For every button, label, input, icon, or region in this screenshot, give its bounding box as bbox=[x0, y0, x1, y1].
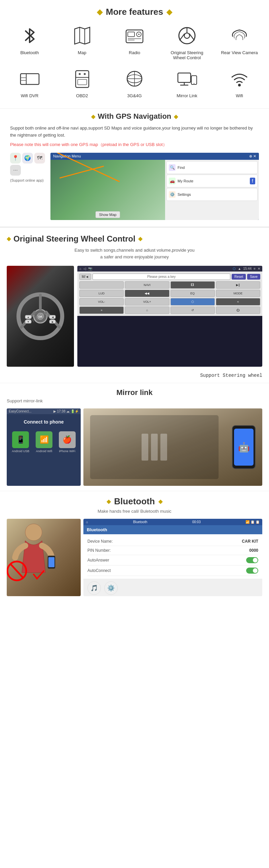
ui-menu-icon: ≡ bbox=[254, 267, 256, 271]
iphone-wifi-icon: 🍎 iPhone WiFi bbox=[59, 431, 76, 453]
grid-fwd[interactable]: » bbox=[79, 307, 124, 314]
ui-reset-btn[interactable]: Reset bbox=[232, 274, 246, 280]
android-usb-box: 📱 bbox=[12, 431, 29, 448]
ui-wifi-status: ▲ bbox=[238, 267, 241, 271]
grid-lud[interactable]: LUD bbox=[79, 290, 124, 297]
settings-btn[interactable]: ⚙️ Settings bbox=[166, 188, 258, 201]
svg-line-51 bbox=[10, 563, 24, 578]
show-map-btn[interactable]: Show Map bbox=[96, 211, 121, 218]
gps-app-1: 📍 bbox=[10, 153, 21, 163]
grid-prev[interactable]: ◀◀ bbox=[125, 290, 169, 297]
obd2-icon bbox=[70, 67, 94, 91]
grid-film[interactable]: 🎞 bbox=[170, 281, 215, 289]
svg-point-5 bbox=[138, 34, 139, 35]
steering-diamond-left: ◆ bbox=[7, 236, 11, 242]
bluetooth-icon bbox=[18, 24, 41, 48]
gps-section: ◆ With GPS Navigation ◆ Suppot both onli… bbox=[0, 108, 269, 227]
bt-device-name-label: Device Name: bbox=[88, 539, 113, 544]
gps-app-dots: ··· bbox=[10, 165, 21, 176]
feature-wifi-dvr: Wifi DVR bbox=[8, 67, 52, 98]
mirror-desc: Support mirror-link bbox=[7, 398, 262, 403]
gps-apps: 📍 🌍 🗺 ··· (Support online app) bbox=[10, 153, 47, 182]
nav-sidebar: 🔍 Find 🚗 My Route f ⚙️ Settings bbox=[165, 160, 259, 220]
feature-bluetooth: Bluetooth bbox=[8, 24, 52, 55]
grid-home[interactable]: ⌂ bbox=[125, 307, 169, 314]
auto-connect-toggle[interactable] bbox=[246, 567, 258, 574]
bluetooth-title: ◆ Bluetooth ◆ bbox=[7, 496, 262, 507]
feature-map: Map bbox=[60, 24, 104, 55]
svg-text:▼: ▼ bbox=[27, 321, 30, 323]
bluetooth-images: ⌂ Bluetooth 00:03 📶 📋 📋 Bluetooth Device… bbox=[7, 519, 262, 596]
3g4g-label: 3G&4G bbox=[127, 93, 141, 98]
grid-mode[interactable]: MODE bbox=[216, 290, 260, 297]
mirror-images: EasyConnect... ▶ 17:38 ☁ 🔋⚡ Connect to p… bbox=[7, 408, 262, 486]
bt-ui-icons: 📶 📋 📋 bbox=[245, 520, 260, 524]
feature-mirror-link: Mirror Link bbox=[165, 67, 209, 98]
nav-controls: ⊕ ✕ bbox=[249, 154, 256, 158]
nav-body: Show Map 🔍 Find 🚗 My Route f bbox=[51, 160, 259, 220]
ui-save-btn[interactable]: Save bbox=[247, 274, 260, 280]
ui-bt-icon: ⬡ bbox=[233, 267, 236, 271]
gps-note-text: Please note this will come with one GPS … bbox=[10, 142, 259, 148]
toggle-knob-2 bbox=[253, 568, 258, 573]
grid-vol-plus[interactable]: VOL+ bbox=[125, 298, 169, 306]
ui-cam-icon: 📷 bbox=[88, 267, 92, 271]
bt-diamond-right: ◆ bbox=[158, 498, 162, 505]
grid-play[interactable]: ▶‖ bbox=[216, 281, 260, 289]
bluetooth-desc: Make hands free call/ Buletooth music bbox=[7, 509, 262, 514]
steering-support: Support Steering wheel bbox=[7, 370, 262, 379]
grid-rewind[interactable]: « bbox=[216, 298, 260, 306]
mirror-left-img: EasyConnect... ▶ 17:38 ☁ 🔋⚡ Connect to p… bbox=[7, 408, 81, 486]
grid-navi[interactable]: NAVI bbox=[125, 281, 169, 289]
mirror-title: Mirror link bbox=[7, 388, 262, 397]
ui-content: M/◄ Please press a key Reset Save NAVI 🎞… bbox=[77, 272, 262, 316]
bt-bottom-icon-2[interactable]: ⚙️ bbox=[104, 581, 118, 595]
bt-bottom-icon-1[interactable]: 🎵 bbox=[88, 581, 101, 595]
svg-point-47 bbox=[25, 524, 42, 541]
android-logo: 🤖 bbox=[238, 442, 250, 453]
svg-text:▲: ▲ bbox=[27, 316, 30, 318]
mirror-icons-row: 📱 Android USB 📶 Android Wifi 🍎 iPhone Wi… bbox=[7, 428, 81, 456]
phone-screen: 🤖 bbox=[234, 429, 254, 466]
mirror-connect-text: Connect to phone bbox=[7, 414, 81, 428]
ui-mute-btn[interactable]: M/◄ bbox=[79, 274, 91, 280]
vent-2 bbox=[151, 434, 158, 461]
steering-photo: ▲ ▼ ◀ ▶ OK HIZPO bbox=[7, 266, 74, 367]
svg-rect-3 bbox=[128, 32, 135, 37]
svg-point-31 bbox=[238, 84, 241, 87]
bt-auto-connect-label: AutoConnect bbox=[88, 568, 111, 573]
steering-ui: ⌂ ◁ 📷 ⬡ ▲ 15:44 ≡ ✕ M/◄ Please press a k… bbox=[77, 266, 262, 367]
android-wifi-icon: 📶 Android Wifi bbox=[36, 431, 53, 453]
grid-repeat[interactable]: ↺ bbox=[170, 307, 215, 314]
bt-pin-row: PIN Number: 0000 bbox=[88, 546, 258, 555]
air-vents bbox=[141, 434, 167, 461]
ui-close-icon: ✕ bbox=[258, 267, 260, 271]
bt-ui-content: Device Name: CAR KIT PIN Number: 0000 Au… bbox=[83, 534, 262, 579]
feature-steering: Original Steering Wheel Control bbox=[165, 24, 209, 60]
bt-diamond-left: ◆ bbox=[107, 498, 111, 505]
android-wifi-box: 📶 bbox=[36, 431, 53, 448]
radio-label: Radio bbox=[129, 50, 140, 55]
camera-label: Rear View Camera bbox=[221, 50, 258, 55]
ui-title-bar: ⌂ ◁ 📷 ⬡ ▲ 15:44 ≡ ✕ bbox=[77, 266, 262, 272]
mirror-title-bar: EasyConnect... ▶ 17:38 ☁ 🔋⚡ bbox=[7, 408, 81, 414]
auto-answer-toggle[interactable] bbox=[246, 557, 258, 563]
settings-icon: ⚙️ bbox=[169, 191, 175, 198]
mirror-link-label: Mirror Link bbox=[176, 93, 197, 98]
find-btn[interactable]: 🔍 Find bbox=[166, 161, 258, 174]
svg-line-11 bbox=[179, 34, 184, 40]
grid-power[interactable]: ⏻ bbox=[216, 307, 260, 314]
features-row-1: Bluetooth Map bbox=[3, 24, 266, 60]
grid-bt[interactable]: ⬡ bbox=[170, 298, 215, 306]
my-route-btn[interactable]: 🚗 My Route f bbox=[166, 175, 258, 187]
grid-vol-minus[interactable]: VOL- bbox=[79, 298, 124, 306]
grid-eq[interactable]: EQ bbox=[170, 290, 215, 297]
bt-auto-answer-label: AutoAnswer bbox=[88, 558, 109, 562]
bluetooth-label: Bluetooth bbox=[21, 50, 39, 55]
feature-obd2: OBD2 bbox=[60, 67, 104, 98]
obd2-label: OBD2 bbox=[76, 93, 88, 98]
steering-visual: ▲ ▼ ◀ ▶ OK HIZPO ⌂ ◁ 📷 ⬡ ▲ 15:4 bbox=[7, 266, 262, 367]
gps-app-3: 🗺 bbox=[34, 153, 45, 163]
ui-time: 15:44 bbox=[243, 267, 251, 271]
bt-ui-time: 00:03 bbox=[192, 520, 201, 524]
